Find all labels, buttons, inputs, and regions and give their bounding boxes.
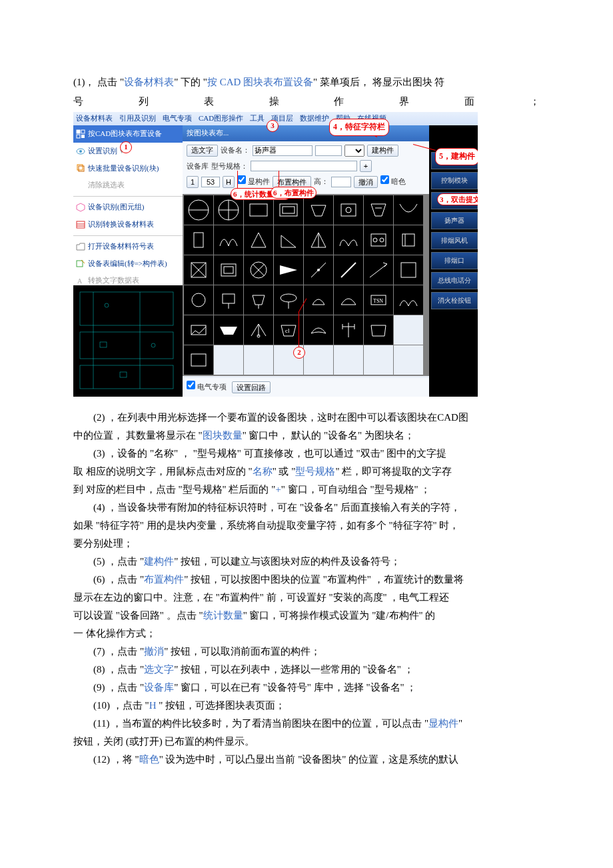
svg-rect-15 <box>80 292 173 325</box>
block-cell[interactable] <box>184 225 213 255</box>
block-cell[interactable] <box>184 285 213 315</box>
model-input[interactable] <box>251 161 357 171</box>
right-button[interactable]: 排烟口 <box>431 252 478 269</box>
intro-prefix: (1)， 点击 " <box>73 77 124 87</box>
devname-input[interactable] <box>253 145 312 156</box>
app-screenshot: 设备材料表 引用及识别 电气专项 CAD图形操作 工具 项目层 数据维护 帮助 … <box>73 112 478 397</box>
sidebar-item-edit[interactable]: 设备表编辑(转=>构件表) <box>73 255 183 273</box>
callout-1: 1 <box>120 141 132 153</box>
para-11a: (11) ，当布置的构件比较多时，为了看清当前图块在图中的位置，可以点击 "显构… <box>73 715 540 733</box>
menu-item[interactable]: 引用及识别 <box>119 112 156 125</box>
h-button[interactable]: H <box>223 176 235 188</box>
svg-marker-51 <box>280 265 297 275</box>
block-cell[interactable] <box>184 345 213 375</box>
block-cell[interactable] <box>394 195 423 225</box>
block-cell[interactable] <box>244 225 273 255</box>
set-loop-button[interactable]: 设置回路 <box>232 381 271 393</box>
svg-rect-46 <box>221 264 236 276</box>
block-cell[interactable] <box>304 195 333 225</box>
sidebar-item-group[interactable]: 设备识别(图元组) <box>73 199 183 216</box>
feature-char-input[interactable] <box>315 145 342 156</box>
block-cell[interactable] <box>364 255 393 285</box>
block-cell[interactable] <box>304 255 333 285</box>
svg-point-53 <box>317 269 320 271</box>
show-component-checkbox[interactable]: 显构件 <box>237 175 270 189</box>
eye-icon <box>76 147 85 156</box>
sidebar-label: 快速批量设备识别(块) <box>88 162 159 175</box>
block-cell[interactable] <box>274 225 303 255</box>
block-cell[interactable] <box>244 285 273 315</box>
feature-select[interactable] <box>344 145 364 157</box>
undo-button[interactable]: 撤消 <box>354 176 378 188</box>
block-cell[interactable] <box>304 315 333 345</box>
callout-line <box>279 171 279 187</box>
menu-item[interactable]: 工具 <box>250 112 265 125</box>
block-cell[interactable] <box>184 255 213 285</box>
block-cell[interactable] <box>184 315 213 345</box>
block-cell[interactable] <box>274 255 303 285</box>
block-cell-empty <box>304 345 333 375</box>
svg-rect-78 <box>191 354 206 366</box>
para-6b: 显示在左边的窗口中。注意，在 "布置构件" 前，可设置好 "安装的高度" ，电气… <box>73 589 540 607</box>
sidebar-item-convert[interactable]: 识别转换设备材料表 <box>73 216 183 233</box>
block-cell[interactable] <box>214 255 243 285</box>
main-panel: 按图块表布... 选文字 设备名： 建构件 设备库 型号规格： + 1 H 显构… <box>183 125 429 397</box>
menu-item[interactable]: CAD图形操作 <box>199 112 243 125</box>
block-cell[interactable] <box>334 315 363 345</box>
grid-icon <box>76 129 85 139</box>
block-cell[interactable] <box>364 315 393 345</box>
dianqi-checkbox[interactable]: 电气专项 <box>187 381 227 394</box>
intro-link-2: 按 CAD 图块表布置设备 <box>207 77 313 87</box>
right-button[interactable]: 扬声器 <box>431 212 478 229</box>
block-cell[interactable] <box>304 285 333 315</box>
block-cell[interactable] <box>334 195 363 225</box>
right-button[interactable]: 控制模块 <box>431 172 478 189</box>
block-cell[interactable] <box>334 225 363 255</box>
block-cell[interactable] <box>214 285 243 315</box>
menu-item[interactable]: 电气专项 <box>163 112 192 125</box>
block-cell[interactable] <box>334 285 363 315</box>
menu-item[interactable]: 数据维护 <box>300 112 329 125</box>
block-cell[interactable] <box>334 255 363 285</box>
para-4b: 如果 "特征字符" 用的是块内变量，系统将自动提取变量字符，如有多个 "特征字符… <box>73 517 540 535</box>
height-input[interactable] <box>331 177 351 187</box>
block-cell[interactable] <box>244 315 273 345</box>
block-cell[interactable] <box>394 285 423 315</box>
svg-point-39 <box>373 238 377 242</box>
block-cell[interactable] <box>364 195 393 225</box>
sidebar-item-batch[interactable]: 快速批量设备识别(块) <box>73 160 183 177</box>
para-10: (10) ，点击 "H " 按钮，可选择图块表页面； <box>73 697 540 715</box>
block-cell[interactable] <box>304 225 333 255</box>
block-cell[interactable] <box>214 315 243 345</box>
folder-icon <box>76 242 85 251</box>
callout-3-top: 3 <box>267 120 279 132</box>
block-cell[interactable] <box>244 255 273 285</box>
sidebar-item-cad-block[interactable]: 按CAD图块表布置设备 <box>73 125 183 143</box>
plus-button[interactable]: + <box>360 160 372 172</box>
para-2a: (2) ，在列表中用光标选择一个要布置的设备图块，这时在图中可以看该图块在CAD… <box>73 409 540 427</box>
svg-rect-1 <box>81 130 85 133</box>
page-button[interactable]: 1 <box>187 176 199 188</box>
block-cell[interactable] <box>394 225 423 255</box>
block-cell[interactable] <box>214 225 243 255</box>
menu-item[interactable]: 设备材料表 <box>76 112 113 125</box>
block-cell[interactable] <box>184 195 213 225</box>
dark-checkbox[interactable]: 暗色 <box>380 175 406 189</box>
para-6c: 可以设置 "设备回路" 。点击 "统计数量" 窗口，可将操作模式设置为 "建/布… <box>73 607 540 625</box>
count-input[interactable] <box>201 177 220 187</box>
bottom-bar: 电气专项 设置回路 <box>183 378 429 397</box>
right-button[interactable]: 总线电话分 <box>431 272 478 289</box>
sidebar-item-open[interactable]: 打开设备材料符号表 <box>73 238 183 255</box>
build-component-button[interactable]: 建构件 <box>367 145 398 157</box>
block-cell[interactable]: TSN <box>364 285 393 315</box>
right-button[interactable]: 排烟风机 <box>431 232 478 249</box>
select-text-button[interactable]: 选文字 <box>187 145 218 157</box>
block-icon-grid: TSN cl <box>183 194 429 376</box>
block-cell[interactable] <box>394 255 423 285</box>
right-button[interactable]: 消火栓按钮 <box>431 292 478 309</box>
intro-link-1: 设备材料表 <box>124 77 174 87</box>
block-cell[interactable] <box>364 225 393 255</box>
right-strip: 多线控制器 控制模块 扬声器 排烟风机 排烟口 总线电话分 消火栓按钮 <box>431 152 478 309</box>
svg-point-63 <box>281 294 297 302</box>
para-8: (8) ，点击 "选文字" 按钮，可以在列表中，选择以一些常用的 "设备名" ； <box>73 661 540 679</box>
